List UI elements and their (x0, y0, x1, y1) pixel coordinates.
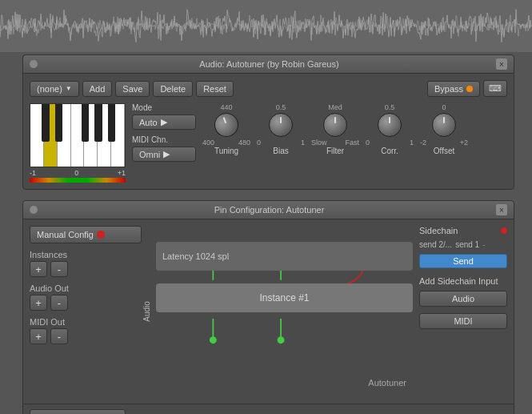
offset-labels: -2 +2 (420, 139, 468, 147)
filter-group: Med Slow Fast Filter (311, 103, 359, 183)
footer-dropdown[interactable]: Automatic ▼ (30, 409, 126, 414)
latency-bar: Latency 1024 spl (156, 242, 413, 271)
sidechain-led (501, 227, 507, 234)
add-sidechain-label: Add Sidechain Input (419, 276, 507, 286)
mode-arrow-icon: ▶ (161, 117, 167, 127)
autotuner-panel: Audio: Autotuner (by Robin Gareus) × (no… (22, 54, 514, 190)
pinconfig-right: Sidechain send 2/... send 1 - Send Add S… (419, 226, 507, 397)
add-button[interactable]: Add (82, 81, 113, 97)
save-button[interactable]: Save (115, 81, 150, 97)
preset-dropdown[interactable]: (none) ▼ (30, 81, 79, 97)
instances-controls: + - (30, 261, 142, 277)
send-button[interactable]: Send (419, 254, 507, 268)
autotuner-content: -1 0 +1 Mode Auto ▶ MIDI Chn. Omni ▶ (30, 103, 507, 183)
corr-labels: 0 1 (366, 139, 414, 147)
mode-group: Mode Auto ▶ MIDI Chn. Omni ▶ (132, 103, 196, 183)
corr-knob[interactable] (378, 113, 402, 137)
instances-section: Instances + - (30, 250, 142, 277)
midi-out-add-button[interactable]: + (30, 328, 47, 344)
reset-button[interactable]: Reset (196, 81, 234, 97)
pinconfig-panel-header: Pin Configuration: Autotuner × (23, 201, 514, 219)
config-led (97, 231, 105, 239)
corr-group: 0.5 0 1 Corr. (366, 103, 414, 183)
white-key-4 (71, 104, 85, 167)
autotuner-panel-body: (none) ▼ Add Save Delete Reset Bypass ⌨ (23, 74, 514, 189)
sidechain-audio-button[interactable]: Audio (419, 291, 507, 307)
pinconfig-body: Manual Config Instances + - Audio Out + … (23, 219, 514, 404)
white-key-7 (111, 104, 125, 167)
pinconfig-footer: Automatic ▼ (23, 404, 514, 414)
mode-dropdown[interactable]: Auto ▶ (132, 115, 196, 130)
bias-knob[interactable] (269, 113, 293, 137)
white-key-5 (84, 104, 98, 167)
piano-section: -1 0 +1 (30, 103, 126, 183)
sidechain-row: Sidechain (419, 226, 507, 235)
white-key-3 (58, 104, 71, 167)
autotuner-toolbar: (none) ▼ Add Save Delete Reset Bypass ⌨ (30, 80, 507, 97)
instances-label: Instances (30, 250, 67, 259)
midi-out-section: MIDI Out + - (30, 317, 142, 344)
delete-button[interactable]: Delete (153, 81, 193, 97)
pinconfig-close-button[interactable]: × (496, 204, 507, 215)
autotuner-routing-label: Autotuner (368, 378, 406, 388)
waveform-bg (0, 0, 532, 52)
midi-out-controls: + - (30, 328, 142, 344)
offset-group: 0 -2 +2 Offset (420, 103, 468, 183)
autotuner-close-button[interactable]: × (496, 58, 507, 70)
offset-knob[interactable] (432, 113, 456, 137)
filter-knob[interactable] (323, 113, 347, 137)
mode-label: Mode (132, 103, 152, 112)
audio-out-controls: + - (30, 295, 142, 311)
audio-label: Audio (142, 301, 151, 322)
midi-chn-arrow-icon: ▶ (163, 149, 170, 159)
keyboard-button[interactable]: ⌨ (483, 80, 507, 97)
midi-out-label: MIDI Out (30, 317, 65, 327)
piano-bar (30, 178, 126, 183)
panel-dot (30, 60, 38, 68)
white-key-2-active (44, 104, 58, 167)
pinconfig-sidebar: Manual Config Instances + - Audio Out + … (30, 226, 142, 397)
piano-meter: -1 0 +1 (30, 169, 126, 177)
instance-text: Instance #1 (259, 292, 309, 303)
bias-group: 0.5 0 1 Bias (257, 103, 305, 183)
bypass-led (466, 86, 473, 92)
svg-point-3 (278, 336, 285, 344)
svg-point-2 (210, 336, 217, 344)
midi-chn-dropdown[interactable]: Omni ▶ (132, 147, 196, 162)
pinconfig-panel-title: Pin Configuration: Autotuner (42, 205, 496, 215)
midi-chn-label: MIDI Chn. (132, 135, 168, 144)
manual-config-button[interactable]: Manual Config (30, 226, 142, 243)
keyboard-icon: ⌨ (489, 83, 502, 93)
bias-labels: 0 1 (257, 139, 305, 147)
audio-out-section: Audio Out + - (30, 283, 142, 311)
autotuner-panel-title: Audio: Autotuner (by Robin Gareus) (42, 59, 496, 69)
piano-keyboard[interactable] (30, 103, 126, 167)
sidechain-label: Sidechain (419, 226, 498, 235)
audio-out-remove-button[interactable]: - (50, 295, 68, 311)
white-key-1 (30, 104, 44, 167)
pinconfig-dot (30, 206, 38, 214)
piano-white-keys (30, 104, 125, 167)
audio-out-add-button[interactable]: + (30, 295, 47, 311)
preset-arrow-icon: ▼ (66, 85, 72, 92)
white-key-6 (98, 104, 111, 167)
autotuner-panel-header: Audio: Autotuner (by Robin Gareus) × (23, 55, 514, 74)
routing-inner: Latency 1024 spl Instance #1 Autotuner (156, 226, 413, 397)
midi-out-remove-button[interactable]: - (50, 328, 68, 344)
send-config-row: send 2/... send 1 - (419, 240, 507, 249)
tuning-labels: 400 480 (202, 139, 250, 147)
tuning-group: 440 400 480 Tuning (202, 103, 250, 183)
tuning-knob[interactable] (211, 110, 242, 140)
audio-out-label: Audio Out (30, 283, 69, 293)
routing-area: Audio (148, 226, 413, 397)
bypass-button[interactable]: Bypass (427, 81, 480, 97)
waveform-canvas (0, 0, 532, 52)
latency-text: Latency 1024 spl (162, 251, 229, 261)
filter-labels: Slow Fast (311, 139, 359, 147)
pinconfig-panel: Pin Configuration: Autotuner × Manual Co… (22, 200, 514, 414)
instance-bar: Instance #1 (156, 283, 413, 312)
sidechain-midi-button[interactable]: MIDI (419, 313, 507, 329)
instances-add-button[interactable]: + (30, 261, 47, 277)
instances-remove-button[interactable]: - (50, 261, 68, 277)
